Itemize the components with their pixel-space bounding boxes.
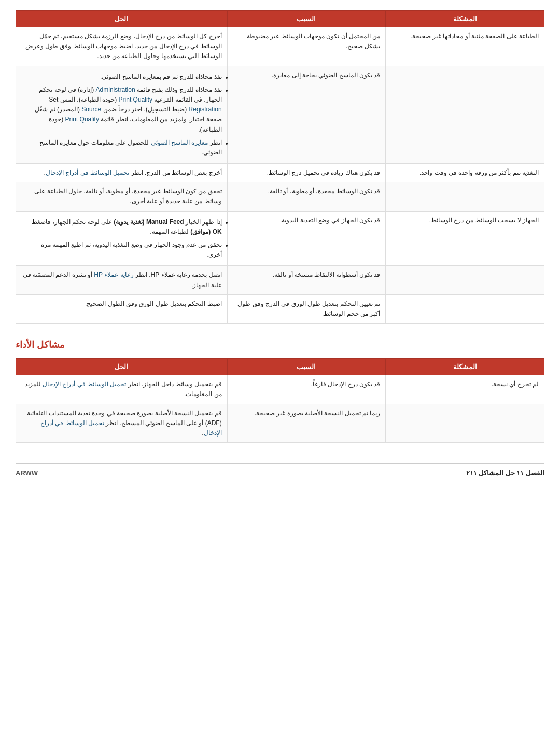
main-problems-table: المشكلة السبب الحل الطباعة على الصفحة مث… xyxy=(16,10,544,324)
cause-cell: قد يكون هناك زيادة في تحميل درج الوسائط. xyxy=(227,164,386,182)
table-row: الطباعة على الصفحة مثنية أو محاذاتها غير… xyxy=(16,27,544,66)
problem-cell xyxy=(386,404,544,443)
solution-cell: إذا ظهر الخيار Manual Feed (تغذية يدوية)… xyxy=(16,211,228,266)
source-link[interactable]: Source xyxy=(81,106,101,113)
header-problem: المشكلة xyxy=(386,11,544,27)
section2-title: مشاكل الأداء xyxy=(16,339,544,350)
footer-chapter: الفصل ١١ حل المشاكل ٢١١ xyxy=(466,469,544,477)
header-solution2: الحل xyxy=(16,359,228,375)
header-solution: الحل xyxy=(16,11,228,27)
load-in-trays-link[interactable]: تحميل الوسائط في أدراج الإدخال xyxy=(40,419,222,437)
solution-bullets: إذا ظهر الخيار Manual Feed (تغذية يدوية)… xyxy=(21,216,222,262)
scanner-cal-link[interactable]: معايرة الماسح الضوئي xyxy=(151,139,208,146)
print-link[interactable]: Print xyxy=(119,96,132,103)
cause-cell: قد تكون أسطوانة الالتقاط متسخة أو تالفة. xyxy=(227,266,386,294)
cause-cell: قد تكون الوسائط مجعدة، أو مطوية، أو تالف… xyxy=(227,182,386,211)
cause-cell: ربما تم تحميل النسخة الأصلية بصورة غير ص… xyxy=(227,404,386,443)
registration-link[interactable]: Registration xyxy=(189,106,222,113)
problem-cell: لم تخرج أي نسخة. xyxy=(386,375,544,404)
solution-cell: نفذ محاذاة للدرج ثم قم بمعايرة الماسح ال… xyxy=(16,66,228,164)
table-row: قد تكون أسطوانة الالتقاط متسخة أو تالفة.… xyxy=(16,266,544,294)
solution-cell: اتصل بخدمة رعاية عملاء HP. انظر رعاية عم… xyxy=(16,266,228,294)
administration-link[interactable]: Administration xyxy=(96,86,135,93)
table-row: تم تعيين التحكم بتعديل طول الورق في الدر… xyxy=(16,294,544,323)
solution-cell: قم بتحميل النسخة الأصلية بصورة صحيحة في … xyxy=(16,404,228,443)
solution-cell: تحقق من كون الوسائط غير مجعدة، أو مطوية،… xyxy=(16,182,228,211)
problem-cell: الجهاز لا يسحب الوسائط من درج الوسائط. xyxy=(386,211,544,266)
cause-cell: قد يكون الجهاز في وضع التغذية اليدوية. xyxy=(227,211,386,266)
list-item: نفذ محاذاة للدرج ثم قم بمعايرة الماسح ال… xyxy=(21,71,222,83)
list-item: تحقق من عدم وجود الجهاز في وضع التغذية ا… xyxy=(21,238,222,261)
problem-cell xyxy=(386,182,544,211)
load-media-link[interactable]: تحميل الوسائط في أدراج الإدخال xyxy=(46,169,129,176)
solution-bullets: نفذ محاذاة للدرج ثم قم بمعايرة الماسح ال… xyxy=(21,71,222,160)
table-row: قد تكون الوسائط مجعدة، أو مطوية، أو تالف… xyxy=(16,182,544,211)
problem-cell xyxy=(386,66,544,164)
table-row: التغذية تتم بأكثر من ورقة واحدة في وقت و… xyxy=(16,164,544,182)
table-row: قد يكون الماسح الضوئي بحاجة إلى معايرة. … xyxy=(16,66,544,164)
page-footer: الفصل ١١ حل المشاكل ٢١١ ARWW xyxy=(16,463,544,477)
header-problem2: المشكلة xyxy=(386,359,544,375)
table-row: الجهاز لا يسحب الوسائط من درج الوسائط. ق… xyxy=(16,211,544,266)
table-row: لم تخرج أي نسخة. قد يكون درج الإدخال فار… xyxy=(16,375,544,404)
ok-label: OK (موافق) xyxy=(190,228,221,235)
list-item: انظر معايرة الماسح الضوئي للحصول على معل… xyxy=(21,136,222,159)
solution-cell: قم بتحميل وسائط داخل الجهاز. انظر تحميل … xyxy=(16,375,228,404)
header-cause2: السبب xyxy=(227,359,386,375)
cause-cell: قد يكون الماسح الضوئي بحاجة إلى معايرة. xyxy=(227,66,386,164)
solution-cell: اضبط التحكم بتعديل طول الورق وفق الطول ا… xyxy=(16,294,228,323)
quality-link[interactable]: Quality xyxy=(133,96,152,103)
list-item: نفذ محاذاة للدرج وذلك بفتح قائمة Adminis… xyxy=(21,83,222,136)
print-quality-link[interactable]: Print Quality xyxy=(65,116,99,123)
list-item: إذا ظهر الخيار Manual Feed (تغذية يدوية)… xyxy=(21,216,222,238)
performance-problems-table: المشكلة السبب الحل لم تخرج أي نسخة. قد ي… xyxy=(16,358,544,443)
problem-cell: الطباعة على الصفحة مثنية أو محاذاتها غير… xyxy=(386,27,544,66)
header-cause: السبب xyxy=(227,11,386,27)
load-media2-link[interactable]: تحميل الوسائط في أدراج الإدخال xyxy=(43,381,126,388)
table-row: ربما تم تحميل النسخة الأصلية بصورة غير ص… xyxy=(16,404,544,443)
footer-code: ARWW xyxy=(16,469,38,477)
cause-cell: من المحتمل أن تكون موجهات الوسائط غير مض… xyxy=(227,27,386,66)
solution-cell: أخرج كل الوسائط من درج الإدخال، وضع الرز… xyxy=(16,27,228,66)
cause-cell: قد يكون درج الإدخال فارغاً. xyxy=(227,375,386,404)
problem-cell: التغذية تتم بأكثر من ورقة واحدة في وقت و… xyxy=(386,164,544,182)
manual-feed-label: Manual Feed (تغذية يدوية) xyxy=(114,218,184,226)
solution-cell: أخرج بعض الوسائط من الدرج. انظر تحميل ال… xyxy=(16,164,228,182)
problem-cell xyxy=(386,294,544,323)
problem-cell xyxy=(386,266,544,294)
cause-cell: تم تعيين التحكم بتعديل طول الورق في الدر… xyxy=(227,294,386,323)
hp-care-link[interactable]: رعاية عملاء HP xyxy=(94,271,133,278)
